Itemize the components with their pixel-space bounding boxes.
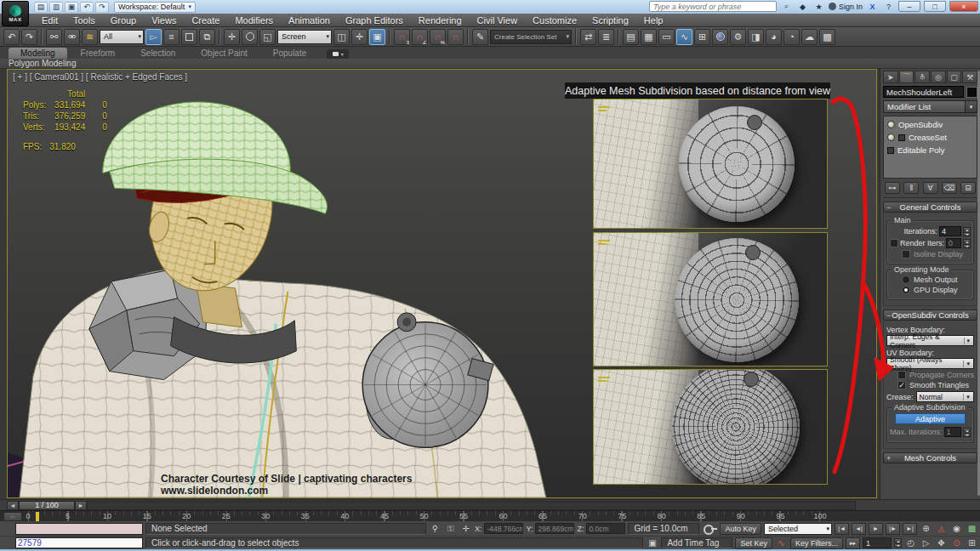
propagate-corners-checkbox[interactable]: [897, 371, 906, 379]
make-unique-icon[interactable]: ∀: [923, 182, 938, 194]
set-keys-curve-icon[interactable]: ∿: [775, 537, 788, 549]
select-and-move-icon[interactable]: ✛: [224, 29, 240, 45]
menu-help[interactable]: Help: [636, 15, 671, 26]
sign-in-button[interactable]: Sign In: [829, 3, 863, 11]
object-name-field[interactable]: MechShoulderLeft: [883, 86, 964, 98]
zoom-icon[interactable]: ⊕: [920, 523, 932, 535]
named-selection-sets-dropdown[interactable]: Create Selection Set ▾: [490, 30, 572, 44]
select-and-scale-icon[interactable]: ◱: [259, 29, 276, 45]
key-filters-button[interactable]: Key Filters...: [790, 537, 843, 549]
ribbon-tab-selection[interactable]: Selection: [128, 48, 187, 59]
track-bar[interactable]: ⇔ 0 5 10 15 20 25 30 35 40 45 50 55 60 6…: [0, 510, 980, 521]
motion-tab-icon[interactable]: ◎: [931, 71, 946, 83]
max-iterations-spinner[interactable]: [963, 428, 971, 437]
rollout-header-general-controls[interactable]: − General Controls: [883, 202, 977, 213]
search-input[interactable]: [649, 1, 777, 12]
play-animation-icon[interactable]: ►: [869, 523, 883, 535]
maxscript-mini-listener[interactable]: [15, 523, 143, 535]
edit-named-selection-sets-icon[interactable]: ✎: [472, 29, 488, 45]
show-end-result-icon[interactable]: ‖: [903, 182, 919, 194]
menu-animation[interactable]: Animation: [281, 15, 338, 26]
orbit-icon[interactable]: ⊙: [950, 537, 963, 549]
zoom-extents-icon[interactable]: ◉: [950, 523, 963, 535]
redo-icon[interactable]: ↷: [95, 2, 109, 13]
new-scene-icon[interactable]: ▤: [34, 2, 48, 13]
mini-curve-editor-icon[interactable]: ⇔: [3, 512, 22, 521]
isolate-selection-icon[interactable]: ⚲: [429, 523, 442, 535]
spinner-snap-toggle-icon[interactable]: ∩: [447, 29, 464, 45]
menu-rendering[interactable]: Rendering: [411, 15, 470, 26]
modifier-enabled-icon[interactable]: [887, 121, 895, 128]
field-of-view-icon[interactable]: ▷: [920, 537, 932, 549]
menu-graph-editors[interactable]: Graph Editors: [338, 15, 411, 26]
rendered-frame-window-icon[interactable]: ◨: [748, 29, 764, 45]
open-autodesk-360-icon[interactable]: ▩: [819, 29, 835, 45]
create-tab-icon[interactable]: ➤: [883, 71, 898, 83]
time-tag-cube-icon[interactable]: ▣: [646, 537, 658, 549]
next-frame-arrow-icon[interactable]: ►: [75, 501, 87, 510]
ribbon-tab-object-paint[interactable]: Object Paint: [189, 48, 259, 59]
menu-tools[interactable]: Tools: [66, 15, 103, 26]
material-editor-icon[interactable]: [712, 29, 728, 45]
toggle-layer-explorer-icon[interactable]: ▦: [641, 29, 657, 45]
use-pivot-point-center-icon[interactable]: ◫: [333, 29, 350, 45]
time-configuration-icon[interactable]: ◴: [904, 537, 917, 549]
go-to-end-icon[interactable]: ►|: [903, 523, 917, 535]
menu-customize[interactable]: Customize: [525, 15, 584, 26]
close-window-button[interactable]: ×: [949, 1, 978, 12]
application-menu-button[interactable]: MAX: [2, 1, 29, 26]
next-frame-icon[interactable]: |►: [886, 523, 900, 535]
mesh-output-radio[interactable]: [902, 276, 910, 284]
previous-frame-icon[interactable]: ◄|: [852, 523, 866, 535]
modifier-list-dropdown[interactable]: Modifier List ▾: [883, 100, 977, 113]
auto-key-button[interactable]: Auto Key: [720, 523, 761, 535]
select-and-manipulate-icon[interactable]: ✛: [351, 29, 368, 45]
align-icon[interactable]: ≣: [598, 29, 614, 45]
modify-tab-icon[interactable]: ⌒: [899, 71, 914, 83]
max-iterations-field[interactable]: 1: [944, 427, 961, 437]
redo-icon[interactable]: ↷: [21, 29, 37, 45]
key-filter-scope-dropdown[interactable]: Selected ▾: [764, 523, 832, 535]
z-coordinate-field[interactable]: 0.0cm: [586, 523, 625, 534]
render-setup-icon[interactable]: ⚙: [730, 29, 746, 45]
window-crossing-icon[interactable]: ⧉: [199, 29, 215, 45]
remove-modifier-icon[interactable]: ⌫: [942, 182, 957, 194]
expand-icon[interactable]: +: [886, 454, 891, 463]
crease-dropdown[interactable]: Normal ▾: [916, 391, 974, 402]
unlink-selection-icon[interactable]: ⚮: [64, 29, 80, 45]
render-in-cloud-icon[interactable]: ☁: [801, 29, 818, 45]
time-slider-handle[interactable]: 1 / 100: [19, 501, 75, 510]
collapse-icon[interactable]: −: [886, 203, 891, 212]
display-tab-icon[interactable]: ▢: [947, 71, 962, 83]
undo-icon[interactable]: ↶: [3, 29, 20, 45]
ribbon-tab-freeform[interactable]: Freeform: [69, 48, 128, 59]
adaptive-button[interactable]: Adaptive: [895, 413, 966, 424]
configure-modifier-sets-icon[interactable]: ⊟: [960, 182, 976, 194]
zoom-region-icon[interactable]: ▩: [966, 523, 978, 535]
rectangular-selection-region-icon[interactable]: [181, 29, 197, 45]
y-coordinate-field[interactable]: 298.869cm: [535, 523, 574, 534]
selection-lock-icon[interactable]: ⚿: [444, 523, 457, 535]
mirror-icon[interactable]: ⇄: [580, 29, 596, 45]
key-mode-toggle-icon[interactable]: ▸▸: [846, 537, 860, 549]
favorites-star-icon[interactable]: ★: [812, 1, 825, 12]
workspace-dropdown[interactable]: Workspace: Default ▾: [114, 2, 196, 13]
pin-stack-icon[interactable]: ⊶: [885, 182, 900, 194]
gpu-display-radio[interactable]: [902, 286, 910, 294]
render-iters-checkbox[interactable]: [890, 239, 898, 247]
percent-snap-toggle-icon[interactable]: ∩%: [430, 29, 446, 45]
render-iters-field[interactable]: 0: [946, 238, 961, 248]
menu-edit[interactable]: Edit: [34, 15, 66, 26]
save-file-icon[interactable]: ▣: [65, 2, 78, 13]
communication-center-icon[interactable]: ◆: [796, 1, 809, 12]
zoom-all-icon[interactable]: ◬: [935, 523, 948, 535]
angle-snap-toggle-icon[interactable]: ∩∠: [412, 29, 428, 45]
ribbon-tab-populate[interactable]: Populate: [261, 48, 318, 59]
undo-icon[interactable]: ↶: [80, 2, 94, 13]
polygon-modeling-panel-title[interactable]: Polygon Modeling: [0, 59, 77, 68]
current-frame-field[interactable]: 1: [863, 537, 892, 548]
stack-item-editable-poly[interactable]: Editable Poly: [884, 144, 977, 156]
uv-boundary-dropdown[interactable]: Smooth (Always Sharp) ▾: [886, 358, 974, 369]
reference-coordinate-system-dropdown[interactable]: Screen ▾: [277, 30, 332, 44]
x-coordinate-field[interactable]: -448.766cm: [484, 523, 523, 534]
